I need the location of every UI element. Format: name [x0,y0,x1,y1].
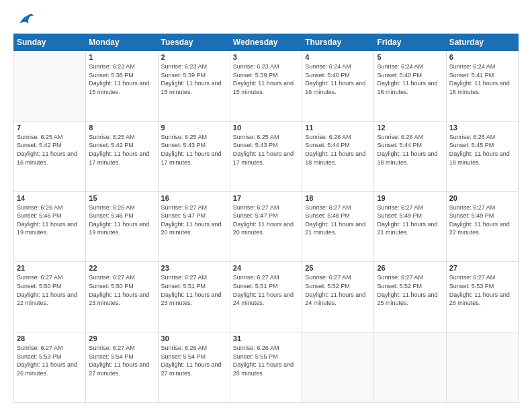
calendar-day-cell: 23Sunrise: 6:27 AMSunset: 5:51 PMDayligh… [158,262,230,332]
calendar-day-cell: 10Sunrise: 6:25 AMSunset: 5:43 PMDayligh… [230,121,302,191]
day-info: Sunrise: 6:27 AMSunset: 5:52 PMDaylight:… [305,273,371,307]
day-info: Sunrise: 6:25 AMSunset: 5:43 PMDaylight:… [161,133,227,167]
day-number: 2 [161,53,227,61]
day-number: 4 [305,53,371,61]
calendar-header-cell: Monday [86,34,158,51]
day-info: Sunrise: 6:27 AMSunset: 5:49 PMDaylight:… [449,203,515,237]
day-number: 11 [305,124,371,132]
calendar-day-cell: 7Sunrise: 6:25 AMSunset: 5:42 PMDaylight… [14,121,86,191]
calendar-day-cell: 14Sunrise: 6:26 AMSunset: 5:46 PMDayligh… [14,191,86,262]
day-number: 9 [161,124,227,132]
calendar-day-cell: 3Sunrise: 6:23 AMSunset: 5:39 PMDaylight… [230,51,302,122]
calendar-day-cell: 25Sunrise: 6:27 AMSunset: 5:52 PMDayligh… [302,262,374,332]
day-info: Sunrise: 6:27 AMSunset: 5:49 PMDaylight:… [377,203,443,237]
day-info: Sunrise: 6:23 AMSunset: 5:39 PMDaylight:… [161,62,227,96]
day-info: Sunrise: 6:23 AMSunset: 5:39 PMDaylight:… [233,62,299,96]
day-number: 29 [89,334,154,342]
calendar-day-cell: 30Sunrise: 6:26 AMSunset: 5:54 PMDayligh… [158,332,230,403]
day-number: 26 [377,264,443,272]
calendar-day-cell: 28Sunrise: 6:27 AMSunset: 5:53 PMDayligh… [14,332,86,403]
day-info: Sunrise: 6:26 AMSunset: 5:44 PMDaylight:… [305,133,371,167]
day-info: Sunrise: 6:27 AMSunset: 5:51 PMDaylight:… [161,273,227,307]
day-number: 25 [305,264,371,272]
calendar-header-row: SundayMondayTuesdayWednesdayThursdayFrid… [14,34,519,51]
calendar-day-cell: 16Sunrise: 6:27 AMSunset: 5:47 PMDayligh… [158,191,230,262]
day-number: 16 [161,194,227,202]
calendar-day-cell: 17Sunrise: 6:27 AMSunset: 5:47 PMDayligh… [230,191,302,262]
calendar-day-cell: 24Sunrise: 6:27 AMSunset: 5:51 PMDayligh… [230,262,302,332]
day-number: 31 [233,334,299,342]
calendar-week-row: 28Sunrise: 6:27 AMSunset: 5:53 PMDayligh… [14,332,519,403]
day-number: 10 [233,124,299,132]
calendar-header-cell: Sunday [14,34,86,51]
calendar-week-row: 1Sunrise: 6:23 AMSunset: 5:38 PMDaylight… [14,51,519,122]
calendar-table: SundayMondayTuesdayWednesdayThursdayFrid… [13,34,519,403]
day-number: 12 [377,124,443,132]
page: SundayMondayTuesdayWednesdayThursdayFrid… [0,0,532,411]
day-number: 17 [233,194,299,202]
calendar-week-row: 7Sunrise: 6:25 AMSunset: 5:42 PMDaylight… [14,121,519,191]
calendar-day-cell [14,51,86,122]
day-number: 18 [305,194,371,202]
calendar-day-cell: 11Sunrise: 6:26 AMSunset: 5:44 PMDayligh… [302,121,374,191]
calendar-day-cell: 19Sunrise: 6:27 AMSunset: 5:49 PMDayligh… [374,191,446,262]
calendar-day-cell [446,332,518,403]
day-info: Sunrise: 6:25 AMSunset: 5:42 PMDaylight:… [17,133,83,167]
logo-bird-icon [15,11,34,30]
calendar-day-cell: 6Sunrise: 6:24 AMSunset: 5:41 PMDaylight… [446,51,518,122]
calendar-day-cell: 1Sunrise: 6:23 AMSunset: 5:38 PMDaylight… [86,51,158,122]
calendar-header-cell: Wednesday [230,34,302,51]
calendar-day-cell [302,332,374,403]
day-number: 14 [17,194,83,202]
day-info: Sunrise: 6:27 AMSunset: 5:47 PMDaylight:… [233,203,299,237]
logo [13,11,34,30]
calendar-day-cell [374,332,446,403]
day-info: Sunrise: 6:24 AMSunset: 5:40 PMDaylight:… [377,62,443,96]
day-info: Sunrise: 6:27 AMSunset: 5:51 PMDaylight:… [233,273,299,307]
day-info: Sunrise: 6:25 AMSunset: 5:42 PMDaylight:… [89,133,154,167]
day-info: Sunrise: 6:26 AMSunset: 5:44 PMDaylight:… [377,133,443,167]
calendar-day-cell: 27Sunrise: 6:27 AMSunset: 5:53 PMDayligh… [446,262,518,332]
day-info: Sunrise: 6:26 AMSunset: 5:45 PMDaylight:… [449,133,515,167]
day-number: 24 [233,264,299,272]
day-info: Sunrise: 6:26 AMSunset: 5:55 PMDaylight:… [233,344,299,377]
calendar-week-row: 21Sunrise: 6:27 AMSunset: 5:50 PMDayligh… [14,262,519,332]
calendar-header-cell: Saturday [446,34,518,51]
calendar-day-cell: 20Sunrise: 6:27 AMSunset: 5:49 PMDayligh… [446,191,518,262]
day-info: Sunrise: 6:27 AMSunset: 5:52 PMDaylight:… [377,273,443,307]
day-number: 3 [233,53,299,61]
calendar-day-cell: 13Sunrise: 6:26 AMSunset: 5:45 PMDayligh… [446,121,518,191]
calendar-day-cell: 5Sunrise: 6:24 AMSunset: 5:40 PMDaylight… [374,51,446,122]
day-info: Sunrise: 6:26 AMSunset: 5:46 PMDaylight:… [89,203,154,237]
day-number: 13 [449,124,515,132]
day-number: 30 [161,334,227,342]
calendar-day-cell: 8Sunrise: 6:25 AMSunset: 5:42 PMDaylight… [86,121,158,191]
day-number: 19 [377,194,443,202]
day-info: Sunrise: 6:26 AMSunset: 5:46 PMDaylight:… [17,203,83,237]
calendar-day-cell: 12Sunrise: 6:26 AMSunset: 5:44 PMDayligh… [374,121,446,191]
day-info: Sunrise: 6:27 AMSunset: 5:50 PMDaylight:… [89,273,154,307]
day-number: 7 [17,124,83,132]
day-number: 23 [161,264,227,272]
day-number: 15 [89,194,154,202]
day-info: Sunrise: 6:27 AMSunset: 5:48 PMDaylight:… [305,203,371,237]
day-number: 6 [449,53,515,61]
day-number: 21 [17,264,83,272]
day-info: Sunrise: 6:24 AMSunset: 5:40 PMDaylight:… [305,62,371,96]
day-number: 5 [377,53,443,61]
calendar-day-cell: 21Sunrise: 6:27 AMSunset: 5:50 PMDayligh… [14,262,86,332]
day-info: Sunrise: 6:27 AMSunset: 5:54 PMDaylight:… [89,344,154,377]
calendar-header-cell: Tuesday [158,34,230,51]
day-info: Sunrise: 6:27 AMSunset: 5:47 PMDaylight:… [161,203,227,237]
calendar-day-cell: 26Sunrise: 6:27 AMSunset: 5:52 PMDayligh… [374,262,446,332]
day-info: Sunrise: 6:25 AMSunset: 5:43 PMDaylight:… [233,133,299,167]
calendar-day-cell: 15Sunrise: 6:26 AMSunset: 5:46 PMDayligh… [86,191,158,262]
day-info: Sunrise: 6:23 AMSunset: 5:38 PMDaylight:… [89,62,154,96]
day-info: Sunrise: 6:27 AMSunset: 5:50 PMDaylight:… [17,273,83,307]
day-info: Sunrise: 6:24 AMSunset: 5:41 PMDaylight:… [449,62,515,96]
day-info: Sunrise: 6:27 AMSunset: 5:53 PMDaylight:… [17,344,83,377]
day-number: 20 [449,194,515,202]
calendar-header-cell: Thursday [302,34,374,51]
calendar-day-cell: 2Sunrise: 6:23 AMSunset: 5:39 PMDaylight… [158,51,230,122]
calendar-day-cell: 18Sunrise: 6:27 AMSunset: 5:48 PMDayligh… [302,191,374,262]
